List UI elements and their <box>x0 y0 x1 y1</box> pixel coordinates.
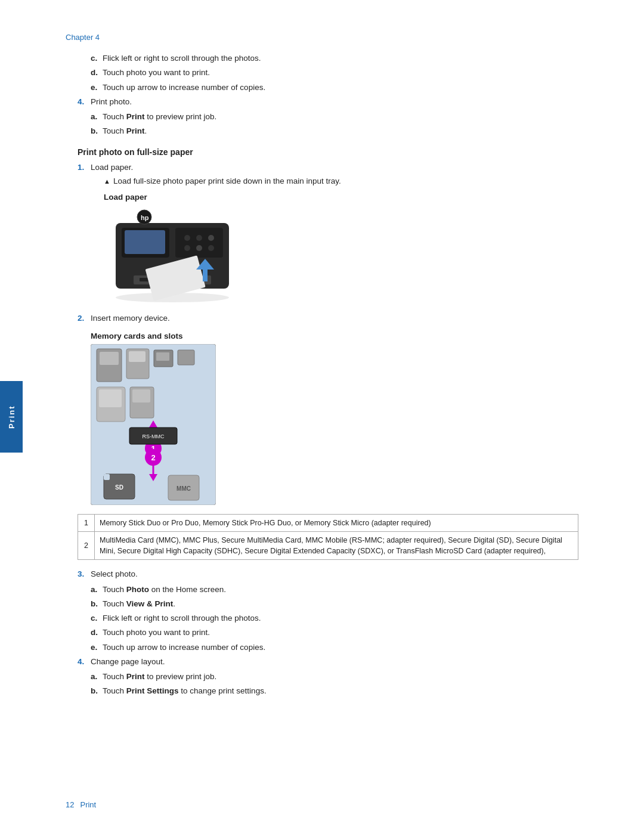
step-c-text: Flick left or right to scroll through th… <box>103 52 261 64</box>
memory-cards-illustration: 1 RS-MMC 2 SD MMC <box>91 344 216 505</box>
table-row-1-text: Memory Stick Duo or Pro Duo, Memory Stic… <box>95 515 578 532</box>
svg-point-6 <box>196 235 202 241</box>
step-4-2a: a. Touch Print to preview print job. <box>91 671 578 683</box>
step-d-label: d. <box>91 67 103 79</box>
table-row-2-num: 2 <box>78 532 95 560</box>
step-4a-label: a. <box>91 111 103 123</box>
step-3-num: 3. <box>78 568 91 580</box>
footer-section: Print <box>80 800 96 809</box>
step-3a-text: Touch Photo on the Home screen. <box>103 584 226 596</box>
footer: 12 Print <box>66 800 96 809</box>
step-4-num: 4. <box>78 96 91 108</box>
step-3-select: 3. Select photo. <box>78 568 578 580</box>
step-e-text: Touch up arrow to increase number of cop… <box>103 82 265 94</box>
step-4-main: 4. Print photo. <box>78 96 578 108</box>
memory-cards-table: 1 Memory Stick Duo or Pro Duo, Memory St… <box>78 514 578 560</box>
step-e: e. Touch up arrow to increase number of … <box>91 82 578 94</box>
step-3d-text: Touch photo you want to print. <box>103 627 210 639</box>
step-3b-label: b. <box>91 598 103 610</box>
step-4b-label: b. <box>91 125 103 137</box>
step-4-2a-text: Touch Print to preview print job. <box>103 671 216 683</box>
footer-page-num: 12 <box>66 800 74 809</box>
svg-point-9 <box>196 245 202 251</box>
step-3-text: Select photo. <box>91 568 138 580</box>
step-3c-text: Flick left or right to scroll through th… <box>103 612 261 624</box>
step-4b-text: Touch Print. <box>103 125 147 137</box>
step-1-bullet: ▲ Load full-size photo paper print side … <box>104 176 578 185</box>
svg-point-10 <box>208 245 214 251</box>
step-2-text: Insert memory device. <box>91 312 170 324</box>
svg-point-7 <box>208 235 214 241</box>
svg-text:2: 2 <box>151 453 155 462</box>
svg-rect-3 <box>125 230 165 254</box>
step-3a-label: a. <box>91 584 103 596</box>
svg-text:RS-MMC: RS-MMC <box>143 433 165 439</box>
step-4-text: Print photo. <box>91 96 132 108</box>
section-heading-full-size: Print photo on full-size paper <box>78 147 578 157</box>
svg-rect-20 <box>100 352 119 365</box>
svg-rect-25 <box>178 350 194 365</box>
step-3b: b. Touch View & Print. <box>91 598 578 610</box>
step-1-load: 1. Load paper. <box>78 162 578 174</box>
svg-rect-24 <box>156 352 169 361</box>
step-4b: b. Touch Print. <box>91 125 578 137</box>
svg-rect-29 <box>132 389 150 402</box>
step-4-2-num: 4. <box>78 656 91 668</box>
step-4-2b-label: b. <box>91 685 103 697</box>
step-3e: e. Touch up arrow to increase number of … <box>91 642 578 654</box>
step-4-2a-label: a. <box>91 671 103 683</box>
svg-rect-41 <box>104 474 110 480</box>
table-row-2: 2 MultiMedia Card (MMC), MMC Plus, Secur… <box>78 532 578 560</box>
step-4a-text: Touch Print to preview print job. <box>103 111 216 123</box>
svg-text:SD: SD <box>115 484 123 491</box>
load-paper-figure: Load paper <box>104 193 578 305</box>
table-row-1-num: 1 <box>78 515 95 532</box>
memory-cards-figure: Memory cards and slots <box>91 332 578 507</box>
step-1-bullet-text: Load full-size photo paper print side do… <box>113 176 341 185</box>
svg-text:MMC: MMC <box>177 485 191 492</box>
step-d-text: Touch photo you want to print. <box>103 67 210 79</box>
table-row-2-text: MultiMedia Card (MMC), MMC Plus, Secure … <box>95 532 578 560</box>
svg-point-8 <box>184 245 190 251</box>
step-3b-text: Touch View & Print. <box>103 598 175 610</box>
step-4-2b: b. Touch Print Settings to change print … <box>91 685 578 697</box>
step-3e-text: Touch up arrow to increase number of cop… <box>103 642 265 654</box>
triangle-icon: ▲ <box>104 178 113 185</box>
step-3c-label: c. <box>91 612 103 624</box>
step-c: c. Flick left or right to scroll through… <box>91 52 578 64</box>
step-c-label: c. <box>91 52 103 64</box>
svg-rect-15 <box>203 270 208 281</box>
svg-rect-27 <box>99 389 122 407</box>
step-3d-label: d. <box>91 627 103 639</box>
table-row-1: 1 Memory Stick Duo or Pro Duo, Memory St… <box>78 515 578 532</box>
step-4a: a. Touch Print to preview print job. <box>91 111 578 123</box>
step-e-label: e. <box>91 82 103 94</box>
svg-rect-22 <box>129 351 145 362</box>
step-4-2-text: Change page layout. <box>91 656 165 668</box>
figure-load-label: Load paper <box>104 193 578 202</box>
step-2-num: 2. <box>78 312 91 324</box>
step-d: d. Touch photo you want to print. <box>91 67 578 79</box>
side-tab-print: Print <box>0 381 23 453</box>
step-1-text: Load paper. <box>91 162 133 174</box>
svg-rect-4 <box>175 228 223 258</box>
step-3d: d. Touch photo you want to print. <box>91 627 578 639</box>
step-3c: c. Flick left or right to scroll through… <box>91 612 578 624</box>
svg-text:hp: hp <box>141 214 149 221</box>
step-2-memory: 2. Insert memory device. <box>78 312 578 324</box>
printer-illustration: hp <box>104 205 241 304</box>
step-3e-label: e. <box>91 642 103 654</box>
figure-memory-label: Memory cards and slots <box>91 332 578 340</box>
step-4-2b-text: Touch Print Settings to change print set… <box>103 685 267 697</box>
chapter-header: Chapter 4 <box>66 33 578 42</box>
step-1-num: 1. <box>78 162 91 174</box>
step-4-change-layout: 4. Change page layout. <box>78 656 578 668</box>
step-3a: a. Touch Photo on the Home screen. <box>91 584 578 596</box>
svg-point-5 <box>184 235 190 241</box>
